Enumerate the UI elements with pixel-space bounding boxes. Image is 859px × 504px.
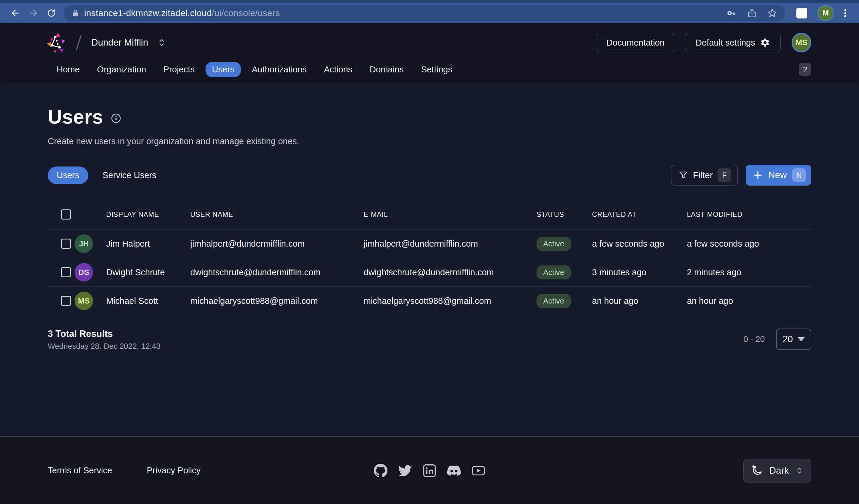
org-name[interactable]: Dunder Mifflin: [91, 37, 148, 48]
documentation-label: Documentation: [606, 38, 665, 48]
segment-tab-service-users[interactable]: Service Users: [94, 167, 166, 184]
user-name-cell: jimhalpert@dundermifflin.com: [190, 239, 364, 249]
page-size-select[interactable]: 20: [776, 329, 811, 350]
user-name-cell: michaelgaryscott988@gmail.com: [190, 296, 364, 306]
default-settings-button[interactable]: Default settings: [685, 33, 781, 52]
password-key-icon[interactable]: [727, 8, 737, 18]
info-icon[interactable]: [110, 113, 122, 124]
user-name-cell: dwightschrute@dundermifflin.com: [190, 267, 364, 277]
zitadel-logo-icon[interactable]: [45, 31, 68, 54]
results-row: 3 Total Results Wednesday 28. Dec 2022, …: [48, 329, 811, 351]
row-checkbox[interactable]: [61, 296, 71, 306]
chevron-down-icon: [798, 337, 805, 341]
dark-mode-moon-icon: [751, 464, 763, 477]
status-badge: Active: [537, 265, 571, 279]
tab-users[interactable]: Users: [206, 62, 241, 77]
col-last-modified: LAST MODIFIED: [687, 210, 811, 219]
status-badge: Active: [537, 294, 571, 308]
row-checkbox[interactable]: [61, 239, 71, 249]
back-icon[interactable]: [8, 5, 23, 21]
filter-funnel-icon: [679, 170, 688, 180]
main-nav: Home Organization Projects Users Authori…: [0, 62, 859, 81]
created-at-cell: a few seconds ago: [592, 239, 687, 249]
created-at-cell: 3 minutes ago: [592, 267, 687, 277]
plus-icon: [753, 170, 763, 180]
tab-projects[interactable]: Projects: [157, 62, 201, 77]
status-badge: Active: [537, 237, 571, 251]
filter-button[interactable]: Filter F: [671, 165, 738, 186]
title-row: Users: [48, 81, 811, 128]
tab-organization[interactable]: Organization: [90, 62, 152, 77]
table-header-row: DISPLAY NAME USER NAME E-MAIL STATUS CRE…: [48, 200, 811, 230]
main-content: Users Create new users in your organizat…: [0, 81, 859, 351]
discord-icon[interactable]: [447, 464, 461, 477]
browser-profile-avatar[interactable]: M: [818, 6, 833, 20]
total-results: 3 Total Results: [48, 329, 161, 339]
twitter-icon[interactable]: [398, 464, 412, 477]
bookmark-star-icon[interactable]: [767, 8, 777, 18]
results-timestamp: Wednesday 28. Dec 2022, 12:43: [48, 342, 161, 351]
social-links: [374, 464, 485, 477]
address-bar[interactable]: instance1-dkmnzw.zitadel.cloud/ui/consol…: [64, 5, 785, 21]
side-panel-icon[interactable]: [796, 8, 807, 18]
table-row[interactable]: DS Dwight Schrute dwightschrute@dundermi…: [48, 258, 811, 287]
tab-settings[interactable]: Settings: [415, 62, 459, 77]
users-table: DISPLAY NAME USER NAME E-MAIL STATUS CRE…: [48, 200, 811, 315]
table-row[interactable]: MS Michael Scott michaelgaryscott988@gma…: [48, 287, 811, 315]
theme-selector[interactable]: Dark: [743, 459, 811, 483]
org-switcher-icon[interactable]: [156, 37, 167, 48]
created-at-cell: an hour ago: [592, 296, 687, 306]
forward-icon[interactable]: [26, 5, 41, 21]
url-path: /ui/console/users: [212, 8, 280, 18]
results-summary: 3 Total Results Wednesday 28. Dec 2022, …: [48, 329, 161, 351]
avatar: DS: [75, 263, 93, 282]
display-name-cell: Jim Halpert: [106, 239, 190, 249]
select-all-checkbox[interactable]: [61, 209, 71, 220]
share-icon[interactable]: [747, 8, 757, 18]
last-modified-cell: a few seconds ago: [687, 239, 811, 249]
filter-label: Filter: [693, 170, 713, 180]
new-shortcut-badge: N: [792, 168, 806, 182]
breadcrumb-slash: [76, 35, 82, 51]
youtube-icon[interactable]: [471, 464, 485, 477]
tab-home[interactable]: Home: [50, 62, 86, 77]
page-title: Users: [48, 106, 103, 128]
col-user-name: USER NAME: [190, 210, 364, 219]
tab-authorizations[interactable]: Authorizations: [245, 62, 313, 77]
user-avatar[interactable]: MS: [792, 33, 811, 52]
url-text: instance1-dkmnzw.zitadel.cloud/ui/consol…: [84, 8, 280, 18]
col-status: STATUS: [537, 210, 592, 219]
linkedin-icon[interactable]: [423, 464, 436, 477]
tab-actions[interactable]: Actions: [317, 62, 359, 77]
last-modified-cell: 2 minutes ago: [687, 267, 811, 277]
app-header: Dunder Mifflin Documentation Default set…: [0, 23, 859, 81]
email-cell: michaelgaryscott988@gmail.com: [364, 296, 537, 306]
row-checkbox[interactable]: [61, 267, 71, 277]
page-subtitle: Create new users in your organization an…: [48, 137, 811, 146]
display-name-cell: Michael Scott: [106, 296, 190, 306]
avatar: JH: [75, 234, 93, 253]
browser-chrome: instance1-dkmnzw.zitadel.cloud/ui/consol…: [0, 0, 859, 23]
browser-menu-icon[interactable]: [839, 7, 851, 19]
theme-unfold-icon: [795, 466, 804, 475]
display-name-cell: Dwight Schrute: [106, 267, 190, 277]
tab-domains[interactable]: Domains: [363, 62, 410, 77]
email-cell: dwightschrute@dundermifflin.com: [364, 267, 537, 277]
last-modified-cell: an hour ago: [687, 296, 811, 306]
help-button[interactable]: ?: [799, 63, 811, 76]
browser-tab-strip: [0, 0, 859, 3]
new-label: New: [768, 170, 787, 180]
col-created-at: CREATED AT: [592, 210, 687, 219]
reload-icon[interactable]: [44, 5, 59, 21]
documentation-button[interactable]: Documentation: [596, 33, 675, 52]
new-user-button[interactable]: New N: [746, 165, 811, 186]
segment-tab-users[interactable]: Users: [48, 167, 88, 184]
default-settings-label: Default settings: [695, 38, 755, 48]
footer: Terms of Service Privacy Policy Dark: [0, 436, 859, 504]
privacy-policy-link[interactable]: Privacy Policy: [147, 466, 201, 475]
col-email: E-MAIL: [364, 210, 537, 219]
table-row[interactable]: JH Jim Halpert jimhalpert@dundermifflin.…: [48, 230, 811, 258]
terms-of-service-link[interactable]: Terms of Service: [48, 466, 112, 475]
page-size-value: 20: [783, 334, 793, 345]
github-icon[interactable]: [374, 464, 388, 477]
